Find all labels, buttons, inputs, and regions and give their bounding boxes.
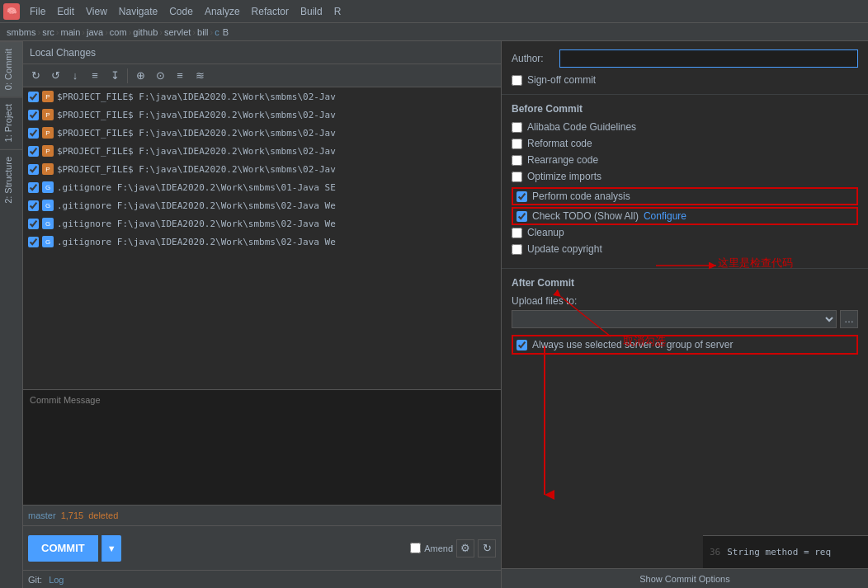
toolbar-menu2[interactable]: ≋	[191, 67, 209, 85]
breadcrumb-java[interactable]: java	[87, 27, 103, 37]
toolbar-download[interactable]: ↧	[106, 67, 124, 85]
commit-dropdown-button[interactable]: ▼	[101, 535, 121, 562]
always-use-row: Always use selected server or group of s…	[512, 335, 858, 355]
upload-more-button[interactable]: …	[840, 310, 858, 328]
list-item[interactable]: P $PROJECT_FILE$ F:\java\IDEA2020.2\Work…	[23, 87, 501, 106]
toolbar-eye[interactable]: ⊙	[151, 67, 169, 85]
file-icon-4: P	[42, 145, 54, 157]
toolbar-refresh[interactable]: ↻	[26, 67, 45, 85]
toolbar-move[interactable]: ↓	[66, 67, 84, 85]
list-item[interactable]: G .gitignore F:\java\IDEA2020.2\Work\smb…	[23, 233, 501, 251]
breadcrumb-bill[interactable]: bill	[197, 27, 208, 37]
breadcrumb-smbms[interactable]: smbms	[7, 27, 35, 37]
tab-commit[interactable]: 0: Commit	[0, 41, 22, 96]
breadcrumb-github[interactable]: github	[133, 27, 158, 37]
show-commit-label: Show Commit Options	[639, 574, 729, 584]
amend-checkbox[interactable]	[410, 543, 421, 553]
git-log[interactable]: Log	[49, 575, 64, 585]
menu-build[interactable]: Build	[295, 4, 328, 19]
file-name-1: $PROJECT_FILE$ F:\java\IDEA2020.2\Work\s…	[57, 92, 336, 102]
file-checkbox-7[interactable]	[28, 200, 39, 211]
list-item[interactable]: P $PROJECT_FILE$ F:\java\IDEA2020.2\Work…	[23, 106, 501, 124]
configure-link[interactable]: Configure	[644, 210, 686, 222]
file-checkbox-6[interactable]	[28, 182, 39, 193]
list-item[interactable]: P $PROJECT_FILE$ F:\java\IDEA2020.2\Work…	[23, 142, 501, 160]
breadcrumb-servlet[interactable]: servlet	[164, 27, 191, 37]
copyright-checkbox[interactable]	[512, 244, 522, 255]
bottom-buttons: master 1,715 deleted	[23, 505, 501, 525]
list-item[interactable]: G .gitignore F:\java\IDEA2020.2\Work\smb…	[23, 214, 501, 233]
commit-message-label: Commit Message	[26, 393, 498, 407]
toolbar-undo[interactable]: ↺	[46, 67, 64, 85]
tab-project[interactable]: 1: Project	[0, 96, 22, 148]
breadcrumb-b[interactable]: B	[223, 27, 229, 37]
menu-code[interactable]: Code	[164, 4, 198, 19]
file-name-5: $PROJECT_FILE$ F:\java\IDEA2020.2\Work\s…	[57, 164, 336, 175]
refresh-icon[interactable]: ↻	[478, 539, 496, 557]
upload-select[interactable]	[512, 310, 837, 328]
list-item[interactable]: G .gitignore F:\java\IDEA2020.2\Work\smb…	[23, 196, 501, 214]
file-icon-8: G	[42, 218, 54, 229]
author-input[interactable]	[559, 49, 858, 68]
rearrange-checkbox[interactable]	[512, 155, 522, 166]
menu-view[interactable]: View	[81, 4, 112, 19]
toolbar: ↻ ↺ ↓ ≡ ↧ ⊕ ⊙ ≡ ≋	[23, 64, 501, 87]
branch-name: master	[28, 510, 56, 520]
show-commit-options-bar[interactable]: Show Commit Options	[502, 568, 868, 588]
reformat-checkbox[interactable]	[512, 139, 522, 149]
perform-analysis-checkbox[interactable]	[517, 191, 527, 202]
file-checkbox-4[interactable]	[28, 146, 39, 157]
menu-navigate[interactable]: Navigate	[114, 4, 163, 19]
commit-message-area: Commit Message	[23, 389, 501, 505]
gear-icon[interactable]: ⚙	[456, 539, 474, 557]
panel-title: Local Changes	[30, 47, 96, 59]
file-checkbox-2[interactable]	[28, 110, 39, 120]
file-list: P $PROJECT_FILE$ F:\java\IDEA2020.2\Work…	[23, 87, 501, 389]
option-optimize: Optimize imports	[512, 171, 858, 182]
check-todo-checkbox[interactable]	[517, 211, 527, 222]
menu-refactor[interactable]: Refactor	[247, 4, 294, 19]
menubar: 🧠 File Edit View Navigate Code Analyze R…	[0, 0, 868, 23]
deleted-count: 1,715	[61, 510, 84, 520]
always-use-label: Always use selected server or group of s…	[532, 339, 733, 350]
toolbar-sep1	[127, 68, 128, 83]
tab-structure[interactable]: 2: Structure	[0, 149, 22, 210]
list-item[interactable]: G .gitignore F:\java\IDEA2020.2\Work\smb…	[23, 178, 501, 196]
toolbar-add[interactable]: ⊕	[131, 67, 149, 85]
author-label: Author:	[512, 53, 553, 64]
menu-edit[interactable]: Edit	[52, 4, 79, 19]
signoff-checkbox[interactable]	[512, 75, 522, 86]
menu-analyze[interactable]: Analyze	[200, 4, 245, 19]
file-checkbox-1[interactable]	[28, 92, 39, 102]
optimize-checkbox[interactable]	[512, 172, 522, 182]
commit-button-row: COMMIT ▼ Amend ⚙ ↻	[23, 525, 501, 570]
breadcrumb-main[interactable]: main	[60, 27, 80, 37]
file-checkbox-3[interactable]	[28, 128, 39, 139]
menu-file[interactable]: File	[25, 4, 50, 19]
file-checkbox-5[interactable]	[28, 164, 39, 175]
amend-label: Amend	[424, 543, 453, 553]
list-item[interactable]: P $PROJECT_FILE$ F:\java\IDEA2020.2\Work…	[23, 124, 501, 142]
list-item[interactable]: P $PROJECT_FILE$ F:\java\IDEA2020.2\Work…	[23, 160, 501, 178]
alibaba-checkbox[interactable]	[512, 122, 522, 133]
signoff-label: Sign-off commit	[527, 74, 596, 86]
toolbar-list[interactable]: ≡	[86, 67, 104, 85]
file-icon-9: G	[42, 236, 54, 247]
optimize-label: Optimize imports	[527, 171, 601, 182]
file-checkbox-9[interactable]	[28, 237, 39, 247]
breadcrumb: smbms › src › main › java › com › github…	[0, 23, 868, 41]
breadcrumb-com[interactable]: com	[110, 27, 127, 37]
cleanup-checkbox[interactable]	[512, 228, 522, 238]
file-checkbox-8[interactable]	[28, 219, 39, 229]
commit-message-input[interactable]	[26, 407, 498, 481]
breadcrumb-c[interactable]: c	[215, 27, 219, 37]
left-tabs: 0: Commit 1: Project 2: Structure	[0, 41, 23, 588]
commit-button[interactable]: COMMIT	[28, 535, 98, 562]
always-use-checkbox[interactable]	[517, 340, 527, 350]
upload-select-row: …	[512, 310, 858, 328]
file-icon-7: G	[42, 200, 54, 211]
menu-run[interactable]: R	[329, 4, 347, 19]
git-label: Git:	[28, 575, 42, 585]
toolbar-menu1[interactable]: ≡	[171, 67, 189, 85]
breadcrumb-src[interactable]: src	[42, 27, 54, 37]
